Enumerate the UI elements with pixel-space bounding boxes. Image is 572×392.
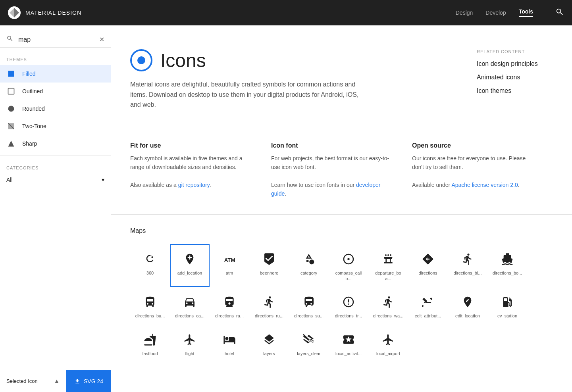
top-nav: MATERIAL DESIGN Design Develop Tools	[0, 0, 572, 25]
icon-cell-local_activit[interactable]: local_activit...	[329, 325, 368, 362]
feature-source-desc: Our icons are free for everyone to use. …	[412, 154, 534, 190]
chevron-up-icon[interactable]: ▲	[54, 378, 60, 385]
theme-sharp-label: Sharp	[22, 140, 37, 147]
local_activit-icon	[341, 332, 356, 348]
search-input[interactable]: map	[18, 36, 99, 43]
icon-cell-beenhere[interactable]: beenhere	[249, 244, 289, 287]
departure_boa-icon	[380, 251, 396, 267]
icon-cell-local_airport[interactable]: local_airport	[368, 325, 408, 362]
icon-cell-directions_tr[interactable]: directions_tr...	[329, 287, 368, 324]
icon-cell-directions_ca[interactable]: directions_ca...	[170, 287, 210, 324]
directions-icon	[420, 251, 436, 267]
directions_wa-label: directions_wa...	[373, 313, 403, 319]
atm-icon: ATM	[221, 251, 237, 267]
directions_bi-label: directions_bi...	[454, 270, 482, 276]
git-repo-link[interactable]: git repository	[178, 182, 210, 188]
theme-sharp[interactable]: Sharp	[0, 135, 111, 152]
category-value: All	[6, 177, 13, 183]
icon-cell-directions_bi[interactable]: directions_bi...	[448, 244, 487, 287]
related-icon-design[interactable]: Icon design principles	[477, 60, 553, 67]
icon-cell-layers_clear[interactable]: layers_clear	[289, 325, 329, 362]
directions_tr-label: directions_tr...	[335, 313, 362, 319]
nav-tools[interactable]: Tools	[519, 8, 533, 17]
related-label: RELATED CONTENT	[477, 49, 553, 54]
hotel-label: hotel	[225, 351, 234, 356]
beenhere-icon	[261, 251, 277, 267]
hero-left: Icons Material icons are delightful, bea…	[130, 49, 458, 110]
icon-cell-layers[interactable]: layers	[249, 325, 289, 362]
categories-section: CATEGORIES All ▾	[0, 159, 111, 192]
add_location-label: add_location	[177, 270, 202, 276]
icon-cell-edit_location[interactable]: edit_location	[448, 287, 487, 324]
apache-license-link[interactable]: Apache license version 2.0	[451, 182, 518, 188]
layers_clear-icon	[301, 332, 317, 348]
feature-fit-title: Fit for use	[130, 142, 252, 149]
icon-cell-directions_su[interactable]: directions_su...	[289, 287, 329, 324]
category-select[interactable]: All ▾	[6, 173, 104, 186]
selected-icon-section: Selected Icon ▲	[0, 378, 66, 385]
page-title: Icons	[160, 50, 206, 71]
icon-cell-category[interactable]: category	[289, 244, 329, 287]
theme-rounded[interactable]: Rounded	[0, 100, 111, 117]
icon-cell-360[interactable]: 360	[130, 244, 170, 287]
edit_location-icon	[460, 294, 476, 310]
360-label: 360	[146, 270, 154, 276]
icon-cell-compass_calib[interactable]: compass_calib...	[329, 244, 368, 287]
compass_calib-icon	[341, 251, 356, 267]
categories-label: CATEGORIES	[6, 165, 104, 170]
atm-label: atm	[226, 270, 233, 276]
main-content: Icons Material icons are delightful, bea…	[111, 25, 572, 392]
nav-links: Design Develop Tools	[456, 8, 564, 18]
icon-cell-flight[interactable]: flight	[170, 325, 210, 362]
icon-cell-directions_ru[interactable]: directions_ru...	[249, 287, 289, 324]
directions_ra-label: directions_ra...	[215, 313, 244, 319]
layout: map ✕ THEMES Filled Outlined Rounded	[0, 25, 572, 392]
icon-cell-directions_bu[interactable]: directions_bu...	[130, 287, 170, 324]
hero-top: Icons Material icons are delightful, bea…	[130, 49, 553, 110]
ev_station-label: ev_station	[497, 313, 517, 319]
nav-develop[interactable]: Develop	[485, 10, 506, 16]
svg-marker-7	[8, 141, 14, 147]
two-tone-icon	[6, 121, 16, 131]
feature-fit-for-use: Fit for use Each symbol is available in …	[130, 142, 271, 198]
icon-cell-directions_bo[interactable]: directions_bo...	[487, 244, 527, 287]
icon-cell-departure_boa[interactable]: departure_boa...	[368, 244, 408, 287]
icon-cell-directions_ra[interactable]: directions_ra...	[210, 287, 249, 324]
directions-label: directions	[418, 270, 437, 276]
ev_station-icon	[499, 294, 515, 310]
directions_bu-icon	[142, 294, 158, 310]
directions_su-icon	[301, 294, 317, 310]
related-animated-icons[interactable]: Animated icons	[477, 74, 553, 81]
theme-filled-label: Filled	[22, 71, 35, 77]
icon-cell-hotel[interactable]: hotel	[210, 325, 249, 362]
theme-filled[interactable]: Filled	[0, 65, 111, 83]
icon-cell-atm[interactable]: ATMatm	[210, 244, 249, 287]
related-icon-themes[interactable]: Icon themes	[477, 87, 553, 94]
edit_attribut-icon	[420, 294, 436, 310]
nav-design[interactable]: Design	[456, 10, 473, 16]
icon-cell-edit_attribut[interactable]: edit_attribut...	[408, 287, 448, 324]
feature-source-title: Open source	[412, 142, 534, 149]
icon-cell-fastfood[interactable]: fastfood	[130, 325, 170, 362]
hotel-icon	[221, 332, 237, 348]
icon-cell-directions_wa[interactable]: directions_wa...	[368, 287, 408, 324]
flight-icon	[182, 332, 198, 348]
chevron-down-icon: ▾	[102, 177, 104, 183]
divider	[0, 156, 111, 156]
clear-search-icon[interactable]: ✕	[99, 36, 104, 43]
icon-cell-directions[interactable]: directions	[408, 244, 448, 287]
theme-outlined[interactable]: Outlined	[0, 83, 111, 100]
sharp-icon	[6, 139, 16, 148]
icon-cell-add_location[interactable]: add_location	[170, 244, 210, 287]
search-icon[interactable]	[555, 8, 564, 18]
bottom-bar: Selected Icon ▲ SVG 24	[0, 370, 111, 392]
theme-two-tone[interactable]: Two-Tone	[0, 117, 111, 135]
download-button[interactable]: SVG 24	[66, 370, 111, 392]
local_airport-label: local_airport	[376, 351, 400, 356]
feature-open-source: Open source Our icons are free for every…	[412, 142, 553, 198]
icon-cell-ev_station[interactable]: ev_station	[487, 287, 527, 324]
download-icon	[74, 378, 81, 384]
edit_attribut-label: edit_attribut...	[415, 313, 441, 319]
directions_ca-label: directions_ca...	[175, 313, 204, 319]
svg-rect-3	[8, 71, 14, 77]
